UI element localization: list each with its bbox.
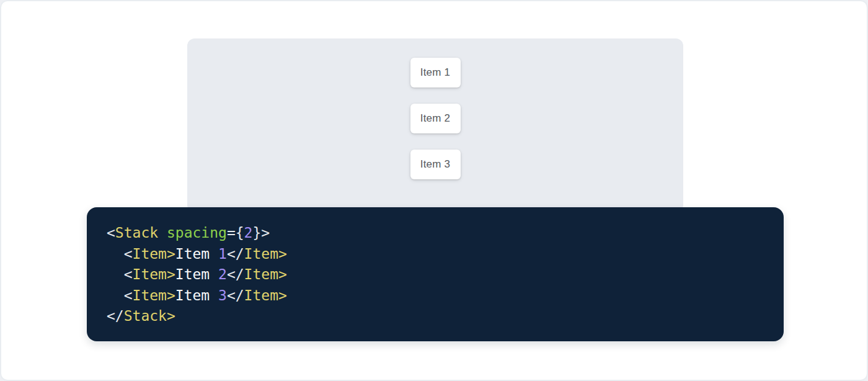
code-token-tag: Stack bbox=[124, 308, 167, 324]
code-token-num: 2 bbox=[244, 225, 253, 241]
stack-demo: Item 1 Item 2 Item 3 bbox=[187, 38, 683, 179]
code-block: <Stack spacing={2}> <Item>Item 1</Item> … bbox=[87, 207, 784, 341]
page-card: Item 1 Item 2 Item 3 <Stack spacing={2}>… bbox=[0, 0, 868, 381]
code-token-tag: Item bbox=[244, 287, 278, 303]
code-content: <Stack spacing={2}> <Item>Item 1</Item> … bbox=[107, 223, 764, 327]
code-token-tag: Item bbox=[244, 246, 278, 262]
code-token-punct: </ bbox=[227, 246, 244, 262]
code-token-text: Item bbox=[175, 266, 218, 282]
code-token-tag: > bbox=[278, 246, 287, 262]
code-token-punct: </ bbox=[107, 308, 124, 324]
code-token-tag: Item bbox=[133, 246, 167, 262]
code-token-punct: < bbox=[107, 287, 133, 303]
code-token-punct: </ bbox=[227, 266, 244, 282]
demo-preview-area: Item 1 Item 2 Item 3 bbox=[187, 38, 683, 212]
code-token-text: Item bbox=[175, 246, 218, 262]
stack-item-2: Item 2 bbox=[410, 104, 461, 133]
code-line: <Item>Item 2</Item> bbox=[107, 264, 764, 285]
code-token-tag: Item bbox=[244, 266, 278, 282]
code-token-num: 1 bbox=[218, 246, 227, 262]
code-token-attr: spacing bbox=[167, 225, 227, 241]
code-token-tag: Item bbox=[133, 287, 167, 303]
code-token-tag: > bbox=[278, 287, 287, 303]
code-token-tag: > bbox=[278, 266, 287, 282]
code-token-tag: Stack bbox=[115, 225, 158, 241]
code-token-punct bbox=[158, 225, 167, 241]
stack-item-3-label: Item 3 bbox=[420, 158, 450, 171]
code-token-punct: ={ bbox=[227, 225, 244, 241]
code-token-tag: Item bbox=[133, 266, 167, 282]
stack-item-1-label: Item 1 bbox=[420, 66, 450, 79]
stack-item-2-label: Item 2 bbox=[420, 112, 450, 125]
screenshot-canvas: Item 1 Item 2 Item 3 <Stack spacing={2}>… bbox=[0, 0, 868, 381]
code-token-tag: > bbox=[167, 266, 175, 282]
code-token-punct: }> bbox=[252, 225, 270, 241]
code-token-tag: > bbox=[167, 287, 175, 303]
code-line: <Item>Item 3</Item> bbox=[107, 285, 764, 307]
stack-item-1: Item 1 bbox=[410, 58, 461, 87]
code-line: <Item>Item 1</Item> bbox=[107, 244, 764, 265]
code-line: <Stack spacing={2}> bbox=[107, 223, 764, 244]
stack-item-3: Item 3 bbox=[410, 150, 461, 179]
code-token-num: 3 bbox=[218, 287, 227, 303]
code-token-text: Item bbox=[175, 287, 218, 303]
code-token-punct: </ bbox=[227, 287, 244, 303]
code-token-tag: > bbox=[167, 308, 175, 324]
code-token-punct: < bbox=[107, 266, 133, 282]
code-line: </Stack> bbox=[107, 306, 764, 327]
code-token-punct: < bbox=[107, 246, 133, 262]
code-token-tag: > bbox=[167, 246, 175, 262]
code-token-num: 2 bbox=[218, 266, 227, 282]
code-token-punct: < bbox=[107, 225, 115, 241]
